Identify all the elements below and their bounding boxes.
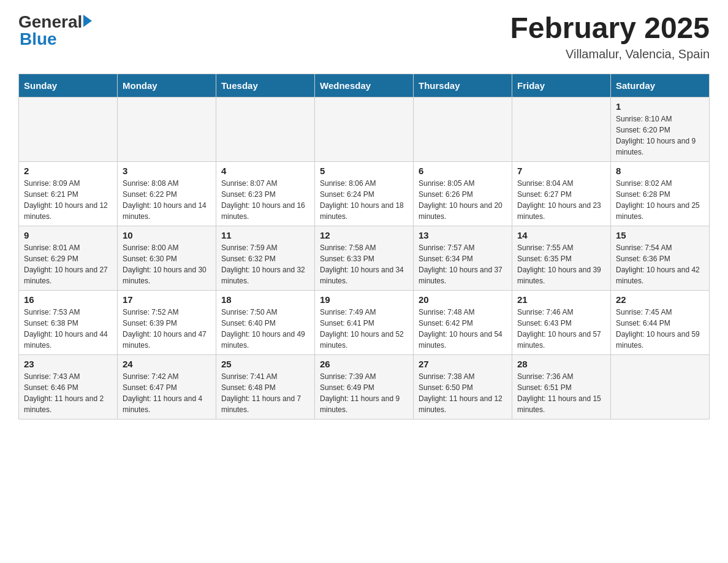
day-info: Sunrise: 7:53 AMSunset: 6:38 PMDaylight:… [24, 307, 112, 351]
day-info: Sunrise: 7:57 AMSunset: 6:34 PMDaylight:… [419, 242, 507, 286]
calendar-day-cell: 23Sunrise: 7:43 AMSunset: 6:46 PMDayligh… [19, 354, 118, 419]
calendar-day-cell: 26Sunrise: 7:39 AMSunset: 6:49 PMDayligh… [315, 354, 414, 419]
logo: General Blue [18, 12, 92, 49]
calendar-header-row: SundayMondayTuesdayWednesdayThursdayFrid… [19, 74, 710, 97]
day-number: 14 [517, 230, 605, 240]
calendar-week-row: 2Sunrise: 8:09 AMSunset: 6:21 PMDaylight… [19, 161, 710, 226]
calendar-day-cell: 2Sunrise: 8:09 AMSunset: 6:21 PMDaylight… [19, 161, 118, 226]
day-number: 17 [123, 294, 211, 305]
calendar-day-cell [19, 97, 118, 161]
calendar-week-row: 9Sunrise: 8:01 AMSunset: 6:29 PMDaylight… [19, 226, 710, 290]
calendar-day-cell: 9Sunrise: 8:01 AMSunset: 6:29 PMDaylight… [19, 226, 118, 290]
day-number: 20 [419, 294, 507, 305]
day-number: 3 [123, 166, 211, 176]
day-info: Sunrise: 7:58 AMSunset: 6:33 PMDaylight:… [320, 242, 408, 286]
calendar-day-cell: 8Sunrise: 8:02 AMSunset: 6:28 PMDaylight… [611, 161, 710, 226]
day-number: 25 [221, 359, 309, 369]
day-number: 13 [419, 230, 507, 240]
calendar-day-cell [118, 97, 216, 161]
calendar-day-cell: 13Sunrise: 7:57 AMSunset: 6:34 PMDayligh… [414, 226, 512, 290]
day-info: Sunrise: 7:48 AMSunset: 6:42 PMDaylight:… [419, 307, 507, 351]
calendar-day-cell: 18Sunrise: 7:50 AMSunset: 6:40 PMDayligh… [216, 290, 315, 354]
calendar-day-cell: 11Sunrise: 7:59 AMSunset: 6:32 PMDayligh… [216, 226, 315, 290]
calendar-week-row: 1Sunrise: 8:10 AMSunset: 6:20 PMDaylight… [19, 97, 710, 161]
day-number: 15 [616, 230, 704, 240]
calendar-table: SundayMondayTuesdayWednesdayThursdayFrid… [18, 74, 710, 419]
calendar-day-cell: 4Sunrise: 8:07 AMSunset: 6:23 PMDaylight… [216, 161, 315, 226]
calendar-day-header: Thursday [414, 74, 512, 97]
calendar-day-cell: 12Sunrise: 7:58 AMSunset: 6:33 PMDayligh… [315, 226, 414, 290]
calendar-day-cell: 15Sunrise: 7:54 AMSunset: 6:36 PMDayligh… [611, 226, 710, 290]
calendar-day-cell [216, 97, 315, 161]
day-number: 6 [419, 166, 507, 176]
calendar-day-cell [315, 97, 414, 161]
day-number: 27 [419, 359, 507, 369]
calendar-day-cell: 10Sunrise: 8:00 AMSunset: 6:30 PMDayligh… [118, 226, 216, 290]
day-number: 18 [221, 294, 309, 305]
day-info: Sunrise: 8:09 AMSunset: 6:21 PMDaylight:… [24, 178, 112, 222]
calendar-day-header: Sunday [19, 74, 118, 97]
calendar-day-cell: 3Sunrise: 8:08 AMSunset: 6:22 PMDaylight… [118, 161, 216, 226]
day-number: 26 [320, 359, 408, 369]
day-number: 2 [24, 166, 112, 176]
day-number: 16 [24, 294, 112, 305]
day-info: Sunrise: 8:02 AMSunset: 6:28 PMDaylight:… [616, 178, 704, 222]
day-number: 9 [24, 230, 112, 240]
day-info: Sunrise: 7:45 AMSunset: 6:44 PMDaylight:… [616, 307, 704, 351]
calendar-day-cell: 21Sunrise: 7:46 AMSunset: 6:43 PMDayligh… [512, 290, 611, 354]
day-number: 23 [24, 359, 112, 369]
day-number: 21 [517, 294, 605, 305]
page-title: February 2025 [510, 12, 710, 45]
day-number: 19 [320, 294, 408, 305]
day-info: Sunrise: 7:49 AMSunset: 6:41 PMDaylight:… [320, 307, 408, 351]
calendar-day-cell: 22Sunrise: 7:45 AMSunset: 6:44 PMDayligh… [611, 290, 710, 354]
day-number: 22 [616, 294, 704, 305]
calendar-day-cell: 28Sunrise: 7:36 AMSunset: 6:51 PMDayligh… [512, 354, 611, 419]
logo-blue-text: Blue [20, 29, 92, 49]
day-info: Sunrise: 8:08 AMSunset: 6:22 PMDaylight:… [123, 178, 211, 222]
day-info: Sunrise: 7:50 AMSunset: 6:40 PMDaylight:… [221, 307, 309, 351]
day-info: Sunrise: 8:10 AMSunset: 6:20 PMDaylight:… [616, 113, 704, 158]
calendar-day-cell: 24Sunrise: 7:42 AMSunset: 6:47 PMDayligh… [118, 354, 216, 419]
calendar-day-cell: 6Sunrise: 8:05 AMSunset: 6:26 PMDaylight… [414, 161, 512, 226]
day-number: 5 [320, 166, 408, 176]
calendar-day-cell: 1Sunrise: 8:10 AMSunset: 6:20 PMDaylight… [611, 97, 710, 161]
calendar-day-header: Saturday [611, 74, 710, 97]
day-info: Sunrise: 7:52 AMSunset: 6:39 PMDaylight:… [123, 307, 211, 351]
calendar-day-cell [414, 97, 512, 161]
day-info: Sunrise: 8:06 AMSunset: 6:24 PMDaylight:… [320, 178, 408, 222]
day-number: 8 [616, 166, 704, 176]
calendar-day-cell: 14Sunrise: 7:55 AMSunset: 6:35 PMDayligh… [512, 226, 611, 290]
day-number: 12 [320, 230, 408, 240]
calendar-day-cell [512, 97, 611, 161]
day-number: 10 [123, 230, 211, 240]
calendar-day-cell: 20Sunrise: 7:48 AMSunset: 6:42 PMDayligh… [414, 290, 512, 354]
day-info: Sunrise: 7:55 AMSunset: 6:35 PMDaylight:… [517, 242, 605, 286]
day-info: Sunrise: 7:59 AMSunset: 6:32 PMDaylight:… [221, 242, 309, 286]
calendar-day-cell: 7Sunrise: 8:04 AMSunset: 6:27 PMDaylight… [512, 161, 611, 226]
calendar-day-cell: 5Sunrise: 8:06 AMSunset: 6:24 PMDaylight… [315, 161, 414, 226]
day-number: 4 [221, 166, 309, 176]
day-info: Sunrise: 8:04 AMSunset: 6:27 PMDaylight:… [517, 178, 605, 222]
calendar-day-header: Tuesday [216, 74, 315, 97]
day-info: Sunrise: 8:00 AMSunset: 6:30 PMDaylight:… [123, 242, 211, 286]
calendar-day-cell: 19Sunrise: 7:49 AMSunset: 6:41 PMDayligh… [315, 290, 414, 354]
day-info: Sunrise: 7:41 AMSunset: 6:48 PMDaylight:… [221, 371, 309, 415]
calendar-day-cell: 27Sunrise: 7:38 AMSunset: 6:50 PMDayligh… [414, 354, 512, 419]
day-number: 7 [517, 166, 605, 176]
day-number: 11 [221, 230, 309, 240]
day-info: Sunrise: 7:54 AMSunset: 6:36 PMDaylight:… [616, 242, 704, 286]
day-info: Sunrise: 8:05 AMSunset: 6:26 PMDaylight:… [419, 178, 507, 222]
day-info: Sunrise: 7:43 AMSunset: 6:46 PMDaylight:… [24, 371, 112, 415]
day-info: Sunrise: 7:46 AMSunset: 6:43 PMDaylight:… [517, 307, 605, 351]
day-info: Sunrise: 7:38 AMSunset: 6:50 PMDaylight:… [419, 371, 507, 415]
logo-arrow-icon [83, 15, 92, 27]
day-info: Sunrise: 8:07 AMSunset: 6:23 PMDaylight:… [221, 178, 309, 222]
calendar-week-row: 16Sunrise: 7:53 AMSunset: 6:38 PMDayligh… [19, 290, 710, 354]
calendar-day-cell: 16Sunrise: 7:53 AMSunset: 6:38 PMDayligh… [19, 290, 118, 354]
page-subtitle: Villamalur, Valencia, Spain [510, 47, 710, 61]
calendar-day-header: Friday [512, 74, 611, 97]
day-info: Sunrise: 7:39 AMSunset: 6:49 PMDaylight:… [320, 371, 408, 415]
calendar-week-row: 23Sunrise: 7:43 AMSunset: 6:46 PMDayligh… [19, 354, 710, 419]
day-info: Sunrise: 7:36 AMSunset: 6:51 PMDaylight:… [517, 371, 605, 415]
